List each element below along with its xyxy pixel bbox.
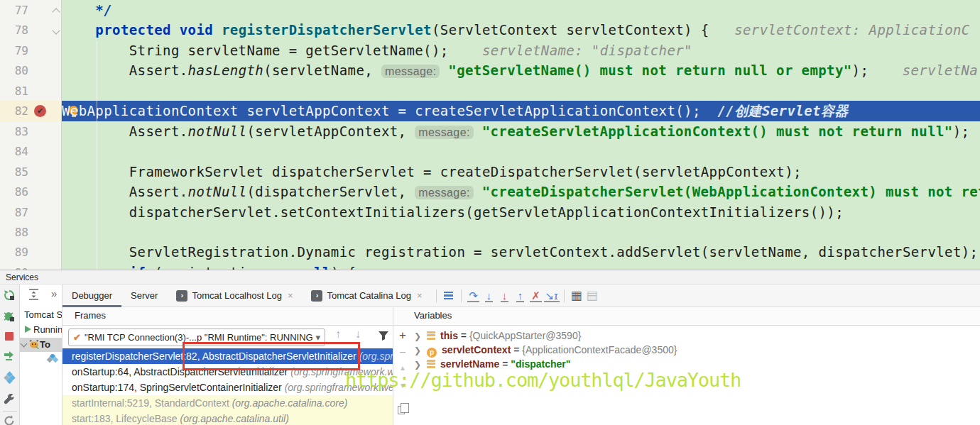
- expand-chevron-icon[interactable]: ❯: [414, 360, 421, 370]
- services-panel-title[interactable]: Services: [0, 270, 980, 285]
- frame-row[interactable]: startInternal:5219, StandardContext (org…: [62, 395, 393, 411]
- refresh-icon[interactable]: [3, 414, 17, 425]
- view-breakpoints-icon[interactable]: [3, 371, 17, 385]
- services-tree-item-to[interactable]: To: [20, 338, 62, 352]
- variable-name: this: [440, 330, 458, 341]
- code-text: dispatcherServlet.setContextInitializers…: [62, 202, 980, 223]
- code-line-86[interactable]: 86 Assert.notNull(dispatcherServlet, mes…: [0, 182, 980, 202]
- toolbar-divider: [3, 411, 17, 412]
- collapse-all-icon[interactable]: [28, 289, 39, 300]
- line-number[interactable]: 84: [0, 141, 28, 162]
- code-line-84[interactable]: 84: [0, 141, 980, 162]
- code-line-82[interactable]: 82✔WebApplicationContext servletAppConte…: [0, 101, 980, 121]
- code-line-87[interactable]: 87 dispatcherServlet.setContextInitializ…: [0, 202, 980, 223]
- equals-sign: =: [499, 358, 511, 370]
- line-number[interactable]: 86: [0, 182, 28, 202]
- toolbar-separator: [461, 289, 462, 302]
- add-watch-icon[interactable]: +: [395, 329, 410, 343]
- code-text: Assert.notNull(dispatcherServlet, messag…: [62, 182, 980, 203]
- debug-rerun-icon[interactable]: [3, 310, 17, 324]
- console-log-icon: ›: [176, 290, 187, 302]
- remove-watch-icon[interactable]: −: [395, 346, 410, 359]
- code-line-77[interactable]: 77 */: [0, 0, 980, 21]
- tree-item-label: Tomcat S: [24, 309, 62, 320]
- toolbar-separator: [564, 289, 565, 302]
- code-editor[interactable]: 77 */78 protected void registerDispatche…: [0, 0, 980, 270]
- force-step-into-icon[interactable]: ↓: [497, 289, 513, 302]
- rerun-server-icon[interactable]: [3, 289, 17, 303]
- code-line-81[interactable]: 81: [0, 81, 980, 101]
- variables-panel-title: Variables: [414, 310, 452, 321]
- step-out-icon[interactable]: ↑: [513, 289, 528, 302]
- line-number[interactable]: 79: [0, 40, 28, 61]
- red-annotation-box: [183, 342, 360, 370]
- expand-chevron-icon[interactable]: [21, 341, 28, 348]
- close-tab-icon[interactable]: ×: [417, 285, 423, 307]
- pane-headers: Frames Variables: [62, 307, 980, 326]
- line-number[interactable]: 87: [0, 202, 28, 223]
- evaluate-expression-icon[interactable]: ▦: [569, 288, 584, 303]
- run-to-cursor-icon[interactable]: ↘ɪ: [544, 289, 560, 302]
- line-number[interactable]: 82: [0, 101, 28, 121]
- frame-row[interactable]: start:183, LifecycleBase (org.apache.cat…: [62, 411, 393, 425]
- tab-tomcat-localhost-log[interactable]: ›Tomcat Localhost Log×: [167, 285, 302, 307]
- next-frame-icon[interactable]: ↓: [355, 328, 361, 341]
- line-number[interactable]: 77: [0, 0, 28, 21]
- frame-row[interactable]: onStartup:174, SpringServletContainerIni…: [62, 380, 393, 395]
- services-left-toolbar: [0, 285, 20, 425]
- stop-icon[interactable]: [3, 330, 17, 344]
- frames-variables-splitter[interactable]: [393, 307, 393, 425]
- code-text: FrameworkServlet dispatcherServlet = cre…: [62, 162, 980, 182]
- equals-sign: =: [458, 330, 469, 341]
- expand-chevron-icon[interactable]: ❯: [414, 331, 421, 341]
- code-line-89[interactable]: 89 ServletRegistration.Dynamic registrat…: [0, 242, 980, 263]
- code-text: String servletName = getServletName(); s…: [62, 40, 980, 61]
- line-number[interactable]: 90: [0, 263, 28, 270]
- code-line-78[interactable]: 78 protected void registerDispatcherServ…: [0, 20, 980, 40]
- resume-program-icon[interactable]: [3, 350, 17, 364]
- tab-tomcat-catalina-log[interactable]: ›Tomcat Catalina Log×: [302, 285, 431, 307]
- variable-row-servletContext[interactable]: ❯pservletContext = {ApplicationContextFa…: [414, 343, 677, 357]
- code-line-85[interactable]: 85 FrameworkServlet dispatcherServlet = …: [0, 162, 980, 182]
- code-text: ServletRegistration.Dynamic registration…: [62, 242, 980, 263]
- step-into-icon[interactable]: ↓: [481, 289, 497, 302]
- line-number[interactable]: 88: [0, 222, 28, 243]
- drop-frame-icon[interactable]: ✗: [528, 289, 544, 302]
- value-icon: [427, 360, 435, 370]
- services-tree-item-tomcat-s[interactable]: Tomcat S: [20, 308, 62, 322]
- close-tab-icon[interactable]: ×: [288, 285, 293, 307]
- hide-frames-filter-icon[interactable]: [378, 331, 389, 341]
- line-number[interactable]: 81: [0, 81, 28, 101]
- services-tree-item[interactable]: [20, 353, 62, 367]
- step-over-icon[interactable]: ↷: [466, 289, 481, 302]
- more-options-icon[interactable]: »: [51, 287, 57, 299]
- duplicate-watch-icon[interactable]: [398, 406, 405, 414]
- line-number[interactable]: 78: [0, 20, 28, 40]
- code-line-80[interactable]: 80 Assert.hasLength(servletName, message…: [0, 60, 980, 81]
- variable-row-this[interactable]: ❯this = {QuickAppStarter@3590}: [414, 329, 581, 343]
- tab-server[interactable]: Server: [121, 285, 167, 307]
- frame-location: onStartup:174, SpringServletContainerIni…: [72, 382, 285, 393]
- code-text: Assert.notNull(servletAppContext, messag…: [62, 121, 980, 143]
- expand-chevron-icon[interactable]: ❯: [414, 346, 421, 355]
- code-line-90[interactable]: 90 if (registration == null) {: [0, 263, 980, 270]
- settings-wrench-icon[interactable]: [3, 392, 17, 407]
- services-tree[interactable]: » Tomcat SRunninTo: [20, 285, 62, 425]
- tab-label: Debugger: [72, 285, 112, 307]
- code-line-88[interactable]: 88: [0, 222, 980, 243]
- layout-settings-icon[interactable]: ▤: [584, 288, 600, 303]
- thread-selector-label: "RMI TCP Connection(3)-...p "RMI Runtime…: [85, 332, 313, 343]
- code-line-83[interactable]: 83 Assert.notNull(servletAppContext, mes…: [0, 121, 980, 142]
- services-tree-item-runnin[interactable]: Runnin: [20, 323, 62, 337]
- line-number[interactable]: 85: [0, 162, 28, 182]
- tab-label: Tomcat Localhost Log: [192, 285, 281, 307]
- tab-label: Tomcat Catalina Log: [327, 285, 411, 307]
- threads-view-icon[interactable]: [441, 290, 457, 302]
- line-number[interactable]: 89: [0, 242, 28, 263]
- code-line-79[interactable]: 79 String servletName = getServletName()…: [0, 40, 980, 61]
- tab-debugger[interactable]: Debugger: [62, 285, 121, 307]
- line-number[interactable]: 83: [0, 121, 28, 142]
- prev-frame-icon[interactable]: ↑: [335, 328, 341, 341]
- line-number[interactable]: 80: [0, 60, 28, 81]
- services-tool-window: Services: [0, 270, 980, 425]
